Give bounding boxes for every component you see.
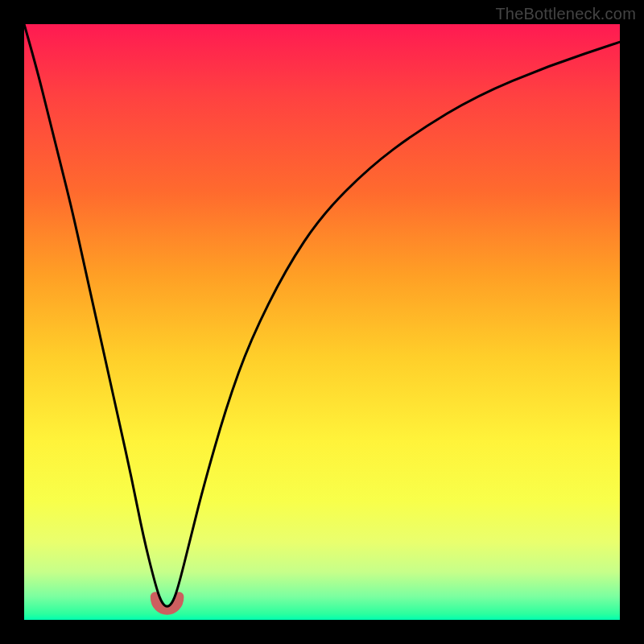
curve-minimum-marker: [155, 597, 180, 610]
bottleneck-curve: [24, 24, 620, 606]
watermark-text: TheBottleneck.com: [495, 5, 636, 23]
bottleneck-chart: [24, 24, 620, 620]
chart-frame: [24, 24, 620, 620]
